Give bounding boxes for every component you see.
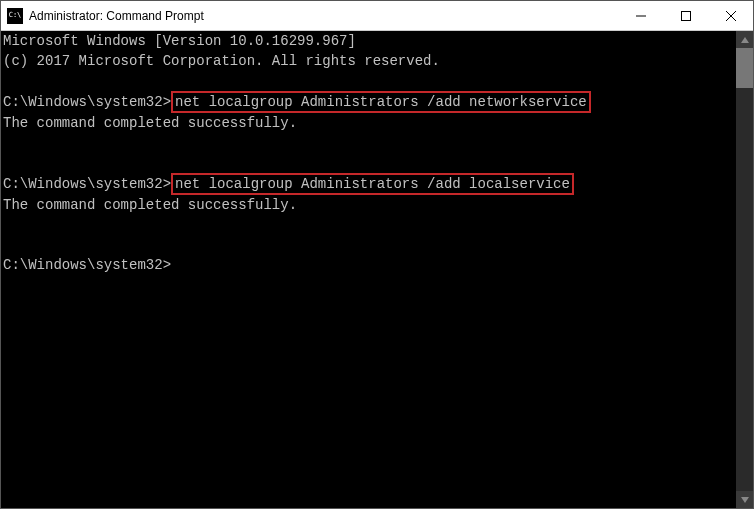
vertical-scrollbar[interactable] (736, 31, 753, 508)
terminal-area: Microsoft Windows [Version 10.0.16299.96… (1, 31, 753, 508)
scrollbar-track[interactable] (736, 48, 753, 491)
prompt-path: C:\Windows\system32> (3, 176, 171, 192)
maximize-button[interactable] (663, 1, 708, 30)
version-line: Microsoft Windows [Version 10.0.16299.96… (3, 33, 356, 49)
close-button[interactable] (708, 1, 753, 30)
prompt-path: C:\Windows\system32> (3, 94, 171, 110)
terminal-output[interactable]: Microsoft Windows [Version 10.0.16299.96… (1, 31, 736, 508)
cmd-icon (7, 8, 23, 24)
svg-rect-1 (681, 11, 690, 20)
titlebar[interactable]: Administrator: Command Prompt (1, 1, 753, 31)
command-prompt-window: Administrator: Command Prompt Microsoft … (0, 0, 754, 509)
highlighted-command-1: net localgroup Administrators /add netwo… (171, 91, 591, 113)
scroll-up-button[interactable] (736, 31, 753, 48)
minimize-button[interactable] (618, 1, 663, 30)
scrollbar-thumb[interactable] (736, 48, 753, 88)
highlighted-command-2: net localgroup Administrators /add local… (171, 173, 574, 195)
command-result: The command completed successfully. (3, 115, 297, 131)
command-result: The command completed successfully. (3, 197, 297, 213)
copyright-line: (c) 2017 Microsoft Corporation. All righ… (3, 53, 440, 69)
window-controls (618, 1, 753, 30)
prompt-path: C:\Windows\system32> (3, 257, 171, 273)
scroll-down-button[interactable] (736, 491, 753, 508)
window-title: Administrator: Command Prompt (29, 9, 618, 23)
